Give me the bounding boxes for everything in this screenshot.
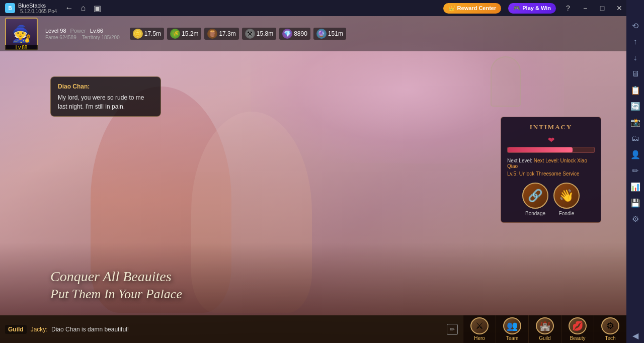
wood-icon: 🪵 — [207, 29, 217, 39]
gold-value: 17.5m — [144, 30, 161, 37]
close-button[interactable]: ✕ — [612, 1, 626, 15]
level-badge: Lv.88 — [5, 45, 38, 50]
recent-button[interactable]: ▣ — [90, 1, 104, 15]
game-area: 🧙 Lv.88 Level 98 Power Lv.66 Fame 624589… — [0, 16, 626, 343]
chat-message: Jacky: Diao Chan is damn beautiful! — [31, 326, 443, 333]
player-info: Level 98 Power Lv.66 Fame 624589 Territo… — [45, 28, 120, 40]
guild-chat-bar: Guild Jacky: Diao Chan is damn beautiful… — [0, 315, 463, 343]
app-name: BlueStacks — [18, 3, 57, 9]
right-sidebar: ⟲ ↑ ↓ 🖥 📋 🔄 📸 🗂 👤 ✏ 📊 💾 ⚙ ◀ — [626, 0, 644, 343]
fondle-button[interactable]: 👋 Fondle — [553, 183, 580, 216]
guild-tab-label[interactable]: Guild — [5, 325, 27, 334]
food-icon: 🌾 — [170, 29, 180, 39]
resource-stone: ⚒ 15.8m — [242, 28, 276, 40]
chat-text: Diao Chan is damn beautiful! — [51, 326, 129, 333]
beauty-nav-label: Beauty — [570, 335, 585, 341]
dialogue-text: My lord, you were so rude to me last nig… — [58, 93, 153, 111]
tagline-line1: Conquer All Beauites — [50, 268, 182, 286]
food-value: 15.2m — [182, 30, 198, 37]
back-button[interactable]: ← — [62, 1, 76, 15]
dialogue-bubble[interactable]: Diao Chan: My lord, you were so rude to … — [50, 76, 161, 117]
player-level-power: Level 98 Power Lv.66 — [45, 28, 120, 34]
player-fame: Fame 624589 Territory 185/200 — [45, 35, 120, 40]
intimacy-lv5-unlock: Lv.5: Unlock Threesome Service — [507, 171, 595, 177]
intimacy-next-level: Next Level: Next Level: Unlock Xiao Qiao — [507, 158, 595, 169]
resource-gold: 🪙 17.5m — [130, 28, 164, 40]
sidebar-icon-settings[interactable]: ⚙ — [628, 211, 643, 226]
playwin-icon: 🎮 — [513, 5, 520, 12]
sidebar-icon-2[interactable]: ↑ — [628, 34, 643, 49]
team-nav-icon: 👥 — [503, 317, 521, 334]
power-label: Power — [70, 28, 86, 34]
bondage-icon: 🔗 — [522, 183, 548, 209]
reward-label: Reward Center — [457, 5, 497, 11]
coins-value: 151m — [328, 30, 343, 37]
intimacy-title: Intimacy — [507, 123, 595, 131]
minimize-button[interactable]: − — [578, 1, 592, 15]
game-tagline: Conquer All Beauites Put Them In Your Pa… — [50, 268, 182, 303]
resource-bar: 🪙 17.5m 🌾 15.2m 🪵 17.3m ⚒ 15.8m 💎 8890 🔮 — [130, 28, 346, 40]
bondage-button[interactable]: 🔗 Bondage — [522, 183, 548, 216]
resource-coins: 🔮 151m — [313, 28, 346, 40]
sidebar-icon-5[interactable]: 📋 — [628, 82, 643, 98]
dialogue-character-name: Diao Chan: — [58, 82, 153, 91]
titlebar: B BlueStacks 5.12.0.1065 Po4 ← ⌂ ▣ 👑 Rew… — [0, 0, 626, 16]
reward-icon: 👑 — [448, 5, 455, 12]
birdcage-decoration — [491, 56, 521, 107]
help-button[interactable]: ? — [561, 1, 575, 15]
fondle-icon: 👋 — [553, 183, 580, 209]
fondle-label: Fondle — [559, 211, 575, 216]
nav-hero-button[interactable]: ⚔ Hero — [463, 315, 496, 343]
beauty-nav-icon: 💋 — [569, 317, 587, 334]
sidebar-icon-back[interactable]: ◀ — [628, 328, 643, 343]
reward-center-button[interactable]: 👑 Reward Center — [443, 3, 502, 14]
power-value: Lv.66 — [90, 28, 103, 34]
intimacy-actions: 🔗 Bondage 👋 Fondle — [507, 183, 595, 216]
nav-tech-button[interactable]: ⚙ Tech — [594, 315, 626, 343]
sidebar-icon-7[interactable]: 📸 — [628, 115, 643, 130]
play-win-button[interactable]: 🎮 Play & Win — [508, 3, 556, 14]
sidebar-icon-1[interactable]: ⟲ — [628, 18, 643, 33]
intimacy-progress-bar — [507, 147, 595, 153]
chat-edit-button[interactable]: ✏ — [447, 324, 458, 335]
resource-food: 🌾 15.2m — [167, 28, 201, 40]
bondage-label: Bondage — [525, 211, 545, 216]
sidebar-icon-6[interactable]: 🔄 — [628, 99, 643, 114]
sidebar-icon-9[interactable]: 👤 — [628, 147, 643, 162]
tech-nav-label: Tech — [605, 335, 615, 341]
coins-icon: 🔮 — [316, 29, 327, 39]
hero-nav-icon: ⚔ — [470, 317, 489, 334]
intimacy-bar-fill — [508, 147, 573, 152]
team-nav-label: Team — [506, 335, 518, 341]
level-label: Level 98 — [45, 28, 66, 34]
nav-buttons: ⚔ Hero 👥 Team 🏰 Guild 💋 Beauty ⚙ Tech — [463, 315, 626, 343]
wood-value: 17.3m — [219, 30, 235, 37]
sidebar-icon-12[interactable]: 💾 — [628, 195, 643, 210]
sidebar-icon-3[interactable]: ↓ — [628, 50, 643, 65]
sidebar-icon-8[interactable]: 🗂 — [628, 131, 643, 146]
app-version: 5.12.0.1065 Po4 — [20, 9, 57, 14]
top-hud: 🧙 Lv.88 Level 98 Power Lv.66 Fame 624589… — [0, 16, 626, 51]
tech-nav-icon: ⚙ — [601, 317, 619, 334]
guild-nav-label: Guild — [539, 335, 550, 341]
sidebar-icon-10[interactable]: ✏ — [628, 163, 643, 178]
bluestacks-icon: B — [5, 3, 15, 13]
sidebar-icon-4[interactable]: 🖥 — [628, 66, 643, 81]
nav-team-button[interactable]: 👥 Team — [496, 315, 528, 343]
sidebar-icon-11[interactable]: 📊 — [628, 179, 643, 194]
nav-guild-button[interactable]: 🏰 Guild — [528, 315, 561, 343]
stone-value: 15.8m — [257, 30, 273, 37]
gold-icon: 🪙 — [133, 29, 143, 39]
playwin-label: Play & Win — [522, 5, 551, 11]
nav-beauty-button[interactable]: 💋 Beauty — [561, 315, 594, 343]
gems-icon: 💎 — [282, 29, 292, 39]
bottom-navigation: Guild Jacky: Diao Chan is damn beautiful… — [0, 315, 626, 343]
app-logo: B BlueStacks 5.12.0.1065 Po4 — [0, 3, 62, 14]
stone-icon: ⚒ — [245, 29, 255, 39]
guild-nav-icon: 🏰 — [536, 317, 554, 334]
home-button[interactable]: ⌂ — [76, 1, 90, 15]
gems-value: 8890 — [294, 30, 307, 37]
hero-nav-label: Hero — [474, 335, 485, 341]
chat-author: Jacky: — [31, 326, 48, 333]
maximize-button[interactable]: □ — [595, 1, 609, 15]
